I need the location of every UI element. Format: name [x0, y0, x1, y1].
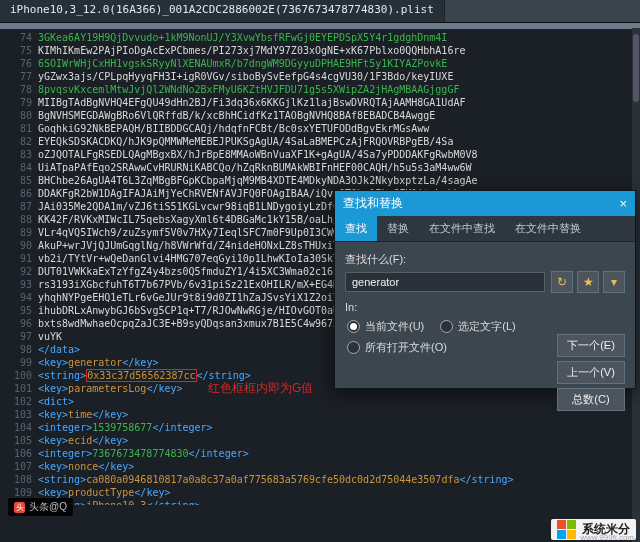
tab-find[interactable]: 查找 — [335, 216, 377, 241]
radio-dot-icon — [347, 320, 360, 333]
in-label: In: — [345, 301, 357, 313]
radio-dot-icon — [440, 320, 453, 333]
scrollbar-thumb[interactable] — [633, 34, 639, 102]
radio-selected-text[interactable]: 选定文字(L) — [440, 319, 515, 334]
find-prev-button[interactable]: 上一个(V) — [557, 361, 625, 384]
site-watermark: 系统米分 www.999fi.com — [551, 519, 636, 540]
count-button[interactable]: 总数(C) — [557, 388, 625, 411]
dialog-title-text: 查找和替换 — [343, 195, 403, 212]
editor-tabbar: iPhone10,3_12.0(16A366)_001A2CDC2886002E… — [0, 0, 640, 23]
close-icon[interactable]: × — [619, 197, 627, 210]
toutiao-watermark: 头头条@Q — [8, 498, 73, 516]
find-next-button[interactable]: 下一个(E) — [557, 334, 625, 357]
radio-current-file[interactable]: 当前文件(U) — [347, 319, 424, 334]
find-option-icons: ↻ ★ ▾ — [551, 271, 625, 293]
find-replace-dialog: 查找和替换 × 查找 替换 在文件中查找 在文件中替换 查找什么(F): ↻ ★… — [334, 190, 636, 389]
file-tab[interactable]: iPhone10,3_12.0(16A366)_001A2CDC2886002E… — [0, 0, 445, 22]
dialog-body: 查找什么(F): ↻ ★ ▾ In: 当前文件(U) 选定文字(L) 所有打开文… — [335, 242, 635, 388]
radio-dot-icon — [347, 341, 360, 354]
watermark-url: www.999fi.com — [580, 533, 634, 542]
radio-all-open[interactable]: 所有打开文件(O) — [347, 340, 447, 355]
dialog-tabs: 查找 替换 在文件中查找 在文件中替换 — [335, 216, 635, 242]
find-label: 查找什么(F): — [345, 252, 625, 267]
history-icon[interactable]: ↻ — [551, 271, 573, 293]
tab-find-in-files[interactable]: 在文件中查找 — [419, 216, 505, 241]
dialog-buttons: 下一个(E) 上一个(V) 总数(C) — [557, 334, 625, 411]
tab-replace-in-files[interactable]: 在文件中替换 — [505, 216, 591, 241]
options-icon[interactable]: ▾ — [603, 271, 625, 293]
toutiao-logo-icon: 头 — [14, 502, 25, 513]
find-input[interactable] — [345, 272, 545, 292]
microsoft-logo-icon — [557, 520, 576, 539]
tab-replace[interactable]: 替换 — [377, 216, 419, 241]
dialog-titlebar[interactable]: 查找和替换 × — [335, 191, 635, 216]
favorite-icon[interactable]: ★ — [577, 271, 599, 293]
